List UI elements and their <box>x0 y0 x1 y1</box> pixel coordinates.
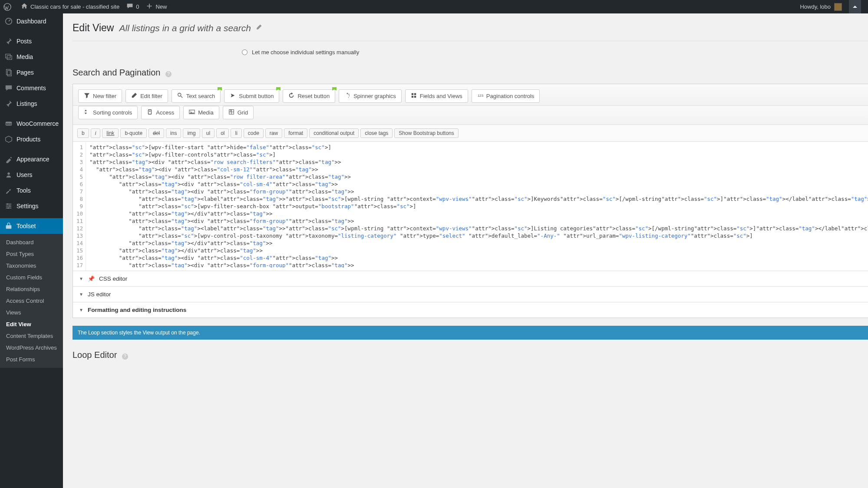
sidebar-item-products[interactable]: Products <box>0 131 63 147</box>
edit-name-icon[interactable] <box>255 24 262 32</box>
quicktags-row: bilinkb-quotedelinsimgulollicoderawforma… <box>73 125 868 142</box>
svg-rect-22 <box>414 93 416 95</box>
sidebar-item-settings[interactable]: Settings <box>0 198 63 214</box>
quicktag-i[interactable]: i <box>91 128 101 138</box>
quicktag-conditional-output[interactable]: conditional output <box>309 128 359 138</box>
quicktag-Show-Bootstrap-buttons[interactable]: Show Bootstrap buttons <box>394 128 458 138</box>
reset-button-button[interactable]: Reset button <box>283 89 335 103</box>
comment-count: 0 <box>136 3 139 10</box>
svg-point-12 <box>7 203 9 205</box>
new-filter-button[interactable]: New filter <box>78 89 122 103</box>
chevron-down-icon: ▼ <box>79 308 83 312</box>
tools-icon <box>4 186 13 195</box>
sidebar-item-dashboard[interactable]: Dashboard <box>0 13 63 29</box>
quicktag-img[interactable]: img <box>183 128 200 138</box>
submenu-item-post-types[interactable]: Post Types <box>0 248 63 260</box>
sidebar-item-posts[interactable]: Posts <box>0 33 63 49</box>
avatar <box>834 3 842 11</box>
help-icon[interactable]: ? <box>122 354 128 360</box>
toolbar-row-2: Sorting controlsAccessMediaBGrid <box>73 106 868 125</box>
quicktag-code[interactable]: code <box>244 128 264 138</box>
new-link[interactable]: New <box>142 0 170 13</box>
submenu-item-dashboard[interactable]: Dashboard <box>0 236 63 248</box>
spinner-graphics-icon <box>344 92 350 100</box>
sidebar-item-pages[interactable]: Pages <box>0 65 63 80</box>
code-area[interactable]: "attr">class="sc">[wpv-filter-start "att… <box>86 142 868 268</box>
expand-arrow-icon[interactable] <box>849 0 861 13</box>
toolbar-button-label: Edit filter <box>140 93 162 99</box>
submit-button-button[interactable]: Submit button <box>224 89 279 103</box>
wp-logo-icon[interactable] <box>0 0 17 13</box>
edit-filter-button[interactable]: Edit filter <box>125 89 168 103</box>
quicktag-ins[interactable]: ins <box>166 128 181 138</box>
text-search-button[interactable]: Text search <box>172 89 221 103</box>
css-editor-toggle[interactable]: ▼ 📌 CSS editor <box>73 271 868 286</box>
manual-settings-radio[interactable] <box>242 49 248 55</box>
svg-rect-21 <box>412 93 413 95</box>
quicktag-li[interactable]: li <box>231 128 241 138</box>
sidebar-item-appearance[interactable]: Appearance <box>0 151 63 167</box>
sidebar-item-tools[interactable]: Tools <box>0 183 63 198</box>
new-label: New <box>155 3 167 10</box>
sidebar-item-listings[interactable]: Listings <box>0 96 63 111</box>
quicktag-ul[interactable]: ul <box>202 128 215 138</box>
svg-point-31 <box>191 111 191 111</box>
quicktag-link[interactable]: link <box>102 128 119 138</box>
comments-link[interactable]: 0 <box>123 0 142 13</box>
access-button[interactable]: Access <box>141 106 180 119</box>
spinner-graphics-button[interactable]: Spinner graphics <box>339 89 402 103</box>
plus-icon <box>146 3 155 11</box>
sidebar-item-label: Products <box>17 136 40 143</box>
code-editor[interactable]: 1234567891011121314151617 "attr">class="… <box>73 142 868 271</box>
svg-rect-5 <box>7 71 11 76</box>
grid-icon: B <box>228 109 234 116</box>
help-icon[interactable]: ? <box>165 71 172 77</box>
toolbar-button-label: Fields and Views <box>420 93 462 99</box>
submenu-item-relationships[interactable]: Relationships <box>0 283 63 295</box>
svg-text:woo: woo <box>6 122 12 125</box>
fields-and-views-button[interactable]: Fields and Views <box>405 89 468 103</box>
sidebar-item-comments[interactable]: Comments <box>0 80 63 96</box>
css-editor-label: CSS editor <box>99 275 127 282</box>
media-button[interactable]: Media <box>183 106 219 119</box>
sidebar-item-users[interactable]: Users <box>0 167 63 183</box>
quicktag-b[interactable]: b <box>77 128 89 138</box>
listings-icon <box>4 99 13 108</box>
submenu-item-taxonomies[interactable]: Taxonomies <box>0 260 63 272</box>
quicktag-b-quote[interactable]: b-quote <box>120 128 147 138</box>
formatting-toggle[interactable]: ▼ Formatting and editing instructions <box>73 302 868 318</box>
svg-text:3: 3 <box>481 94 483 98</box>
quicktag-close-tags[interactable]: close tags <box>360 128 393 138</box>
quicktag-ol[interactable]: ol <box>216 128 229 138</box>
svg-point-16 <box>178 93 181 96</box>
quicktag-del[interactable]: del <box>149 128 164 138</box>
svg-rect-28 <box>149 110 152 115</box>
grid-button[interactable]: BGrid <box>223 106 254 119</box>
submenu-item-content-templates[interactable]: Content Templates <box>0 330 63 342</box>
sidebar-item-toolset[interactable]: Toolset <box>0 218 63 234</box>
bookmark-flag-icon <box>218 87 222 91</box>
toolbar-button-label: New filter <box>93 93 116 99</box>
submenu-item-access-control[interactable]: Access Control <box>0 295 63 307</box>
submenu-item-edit-view[interactable]: Edit View <box>0 318 63 330</box>
submenu-item-post-forms[interactable]: Post Forms <box>0 354 63 365</box>
submenu-item-custom-fields[interactable]: Custom Fields <box>0 272 63 283</box>
submenu-item-views[interactable]: Views <box>0 307 63 318</box>
sorting-controls-button[interactable]: Sorting controls <box>78 106 138 119</box>
sidebar-item-media[interactable]: Media <box>0 49 63 65</box>
quicktag-raw[interactable]: raw <box>265 128 282 138</box>
pagination-controls-button[interactable]: 123Pagination controls <box>472 89 540 103</box>
submenu-item-wordpress-archives[interactable]: WordPress Archives <box>0 342 63 354</box>
pagination-controls-icon: 123 <box>477 92 483 100</box>
access-icon <box>147 109 153 116</box>
toolset-icon <box>4 222 13 230</box>
sidebar-item-woocommerce[interactable]: wooWooCommerce <box>0 116 63 131</box>
howdy-link[interactable]: Howdy, lobo <box>796 0 845 13</box>
js-editor-toggle[interactable]: ▼ JS editor <box>73 286 868 302</box>
site-link[interactable]: Classic cars for sale - classified site <box>17 0 123 13</box>
quicktag-format[interactable]: format <box>284 128 307 138</box>
js-editor-label: JS editor <box>88 291 111 298</box>
users-icon <box>4 170 13 179</box>
howdy-text: Howdy, lobo <box>800 3 831 10</box>
woo-icon: woo <box>4 119 13 128</box>
